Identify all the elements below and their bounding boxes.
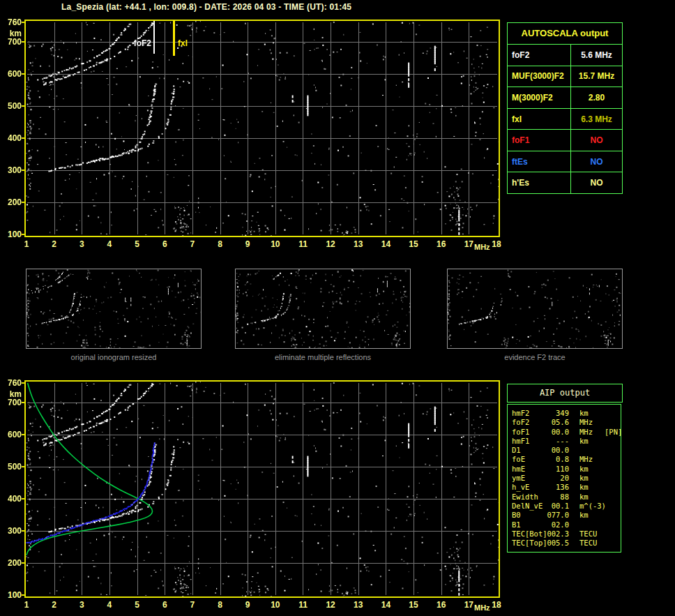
- aip-plot-ytick-mark: [22, 466, 24, 467]
- aip-note: [604, 455, 621, 464]
- aip-name: hmF1: [512, 437, 545, 446]
- autoscala-row-M3000F2: M(3000)F22.80: [508, 87, 622, 108]
- aip-plot-xtick-14: 14: [378, 600, 393, 610]
- main-plot-xtick-3: 3: [74, 239, 89, 249]
- aip-output-header: AIP output: [507, 384, 623, 403]
- aip-plot-xtick-3: 3: [74, 600, 89, 610]
- main-plot-ytick-500: 500: [3, 101, 22, 111]
- aip-ionogram-plot: [24, 380, 500, 598]
- aip-row-TECBot: TEC[Bot]002.3TECU: [508, 529, 621, 539]
- main-plot-xtick-15: 15: [406, 239, 421, 249]
- aip-row-D1: D100.0: [508, 446, 621, 455]
- aip-note: [604, 539, 621, 548]
- aip-note: [604, 465, 621, 474]
- aip-plot-xtick-8: 8: [213, 600, 228, 610]
- aip-name: foF2: [512, 418, 545, 427]
- main-plot-ytick-600: 600: [3, 69, 22, 79]
- main-plot-ytick-mark: [22, 170, 24, 171]
- aip-plot-xtick-11: 11: [295, 600, 310, 610]
- aip-name: hmE: [512, 465, 545, 474]
- main-plot-ytick-mark: [22, 137, 24, 139]
- main-plot-ytick-400: 400: [3, 133, 22, 143]
- main-plot-xtick-14: 14: [378, 239, 393, 249]
- aip-unit: km: [569, 493, 604, 502]
- aip-name: ymE: [512, 474, 545, 483]
- main-ionogram-plot: foF2 fxI: [24, 20, 500, 237]
- aip-name: B1: [512, 520, 545, 529]
- aip-note: [604, 409, 621, 418]
- aip-val: 00.1: [545, 502, 569, 511]
- aip-plot-xtick-4: 4: [102, 600, 117, 610]
- aip-name: TEC[Bot]: [512, 529, 545, 539]
- aip-plot-ytick-mark: [22, 594, 24, 596]
- autoscala-table-body: foF25.6 MHzMUF(3000)F215.7 MHzM(3000)F22…: [508, 44, 622, 193]
- aip-row-TECTop: TEC[Top]005.5TECU: [508, 539, 621, 548]
- aip-note: [604, 474, 621, 483]
- aip-val: 20: [545, 474, 569, 483]
- main-plot-ytick-100: 100: [3, 230, 22, 239]
- aip-unit: TECU: [569, 539, 604, 548]
- fxi-marker-label: fxI: [178, 38, 188, 48]
- aip-row-hmE: hmE110km: [508, 465, 621, 474]
- fof2-marker-line: [153, 21, 155, 54]
- aip-plot-xtick-15: 15: [406, 600, 421, 610]
- aip-row-B1: B102.0: [508, 520, 621, 529]
- aip-plot-ytick-400: 400: [3, 494, 22, 504]
- main-ionogram-canvas: [26, 21, 499, 236]
- aip-unit: [569, 446, 604, 455]
- aip-row-hvE: h_vE136km: [508, 483, 621, 492]
- thumbnail-eliminate-reflections: [235, 269, 411, 349]
- aip-name: foF1: [512, 428, 545, 437]
- aip-name: B0: [512, 511, 545, 520]
- aip-unit: TECU: [569, 529, 604, 539]
- aip-name: Ewidth: [512, 493, 545, 502]
- autoscala-row-MUF3000F2: MUF(3000)F215.7 MHz: [508, 66, 622, 87]
- aip-plot-ytick-300: 300: [3, 526, 22, 536]
- aip-plot-ytick-100: 100: [3, 590, 22, 600]
- aip-plot-ytick-500: 500: [3, 462, 22, 472]
- autoscala-param-value: 15.7 MHz: [571, 66, 622, 87]
- aip-plot-ytick-600: 600: [3, 430, 22, 440]
- main-plot-xtick-13: 13: [351, 239, 366, 249]
- aip-note: [PN]: [604, 428, 622, 437]
- aip-name: D1: [512, 446, 545, 455]
- autoscala-row-foF2: foF25.6 MHz: [508, 44, 622, 66]
- aip-row-Ewidth: Ewidth88km: [508, 493, 621, 502]
- aip-note: [604, 446, 621, 455]
- aip-plot-ytick-mark: [22, 434, 24, 435]
- autoscala-param-label: M(3000)F2: [508, 87, 571, 108]
- aip-row-B0: B0077.0km: [508, 511, 621, 520]
- aip-note: [604, 529, 621, 539]
- autoscala-table-header: AUTOSCALA output: [508, 23, 622, 44]
- aip-val: 136: [545, 483, 569, 492]
- main-plot-xtick-12: 12: [323, 239, 338, 249]
- aip-plot-xtick-10: 10: [268, 600, 283, 610]
- aip-val: 002.3: [545, 529, 569, 539]
- main-plot-xtick-9: 9: [240, 239, 255, 249]
- aip-unit: km: [569, 409, 604, 418]
- aip-ionogram-canvas: [26, 382, 499, 596]
- main-plot-ytick-mark: [22, 73, 24, 75]
- main-plot-y-axis-unit: km: [3, 29, 22, 38]
- main-plot-xtick-4: 4: [102, 239, 117, 249]
- main-plot-xtick-1: 1: [19, 239, 34, 249]
- aip-row-foE: foE0.8MHz: [508, 455, 621, 464]
- main-plot-xtick-16: 16: [434, 239, 449, 249]
- aip-val: 00.0: [545, 446, 569, 455]
- thumbnail-caption-original: original ionogram resized: [26, 353, 202, 361]
- aip-val: 110: [545, 465, 569, 474]
- aip-note: [604, 418, 621, 427]
- main-plot-xtick-8: 8: [213, 239, 228, 249]
- aip-plot-ytick-mark: [22, 530, 24, 532]
- aip-row-ymE: ymE20km: [508, 474, 621, 483]
- thumbnail-caption-evidence: evidence F2 trace: [447, 353, 623, 361]
- main-plot-xtick-6: 6: [157, 239, 172, 249]
- aip-row-DelNvE: DelN_vE00.1m^(-3): [508, 502, 621, 511]
- aip-val: 05.6: [545, 418, 569, 427]
- aip-note: [604, 493, 621, 502]
- autoscala-param-label: MUF(3000)F2: [508, 66, 571, 87]
- aip-note: [604, 502, 621, 511]
- main-plot-ytick-mark: [22, 202, 24, 203]
- aip-plot-y-axis-unit: km: [3, 389, 22, 399]
- aip-note: [604, 483, 621, 492]
